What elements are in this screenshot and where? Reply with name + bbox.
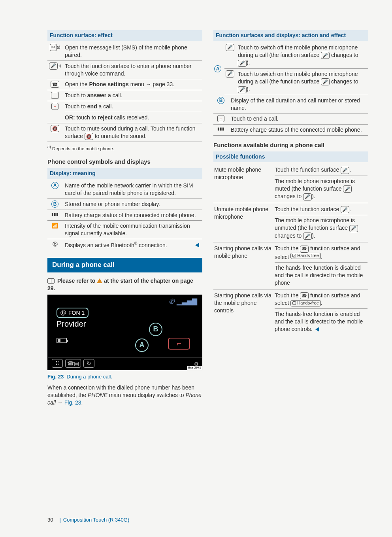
voice-icon: 🎤 bbox=[49, 62, 58, 70]
ss-battery-icon bbox=[57, 338, 67, 343]
display-meaning-table: A Name of the mobile network carrier in … bbox=[47, 180, 202, 251]
phone-surface-icon: ☎ bbox=[300, 292, 309, 299]
text: Touch to bbox=[65, 92, 87, 98]
text: answer bbox=[87, 92, 106, 98]
marker-b: B bbox=[51, 200, 58, 208]
mute-inline-icon: 🔇 bbox=[85, 133, 93, 140]
ss-contacts-icon: ☎▤ bbox=[65, 359, 81, 368]
t: touch to bbox=[75, 114, 98, 121]
arrow-icon bbox=[146, 81, 151, 87]
t: . bbox=[321, 253, 322, 260]
table-row: ▮▮▮ Battery charge status of the connect… bbox=[47, 210, 202, 221]
ss-status-bar: ✆▁▃▅▇ bbox=[169, 297, 197, 306]
table-row: B Stored name or phone number display. bbox=[47, 199, 202, 210]
fig-text: During a phone call. bbox=[66, 374, 112, 380]
pill-label: Hands-free bbox=[297, 253, 318, 259]
function-surface-table: ✉a) Open the message list (SMS) of the m… bbox=[47, 42, 202, 142]
row-text: Touch to switch on the mobile phone micr… bbox=[238, 70, 368, 93]
fig-link: Fig. 23 bbox=[64, 399, 81, 406]
t: Touch the bbox=[275, 245, 300, 251]
mic-icon: 🎤 bbox=[303, 233, 312, 240]
t: changes to bbox=[330, 52, 358, 58]
ss-fon-chip: ⓑFON 1 bbox=[57, 308, 89, 318]
function-label: Mute mobile phone microphone bbox=[213, 164, 274, 202]
t: ). bbox=[247, 86, 250, 92]
mute-icon: 🔇 bbox=[51, 125, 59, 132]
t: The mobile phone microphone is unmuted (… bbox=[275, 217, 355, 231]
t: end bbox=[87, 103, 97, 110]
hands-free-pill: Hands-free bbox=[290, 253, 320, 259]
t: ). bbox=[312, 193, 315, 199]
mic-icon: 🎤 bbox=[321, 52, 330, 59]
signal-icon: 📶 bbox=[48, 222, 62, 229]
table-row: 🎤a) Touch the function surface to enter … bbox=[47, 61, 202, 79]
ss-marker-a: A bbox=[135, 338, 149, 352]
table-row: ▮▮▮ Battery charge status of the connect… bbox=[213, 125, 368, 136]
hands-free-pill: Hands-free bbox=[290, 300, 320, 306]
ss-calllog-icon: ↻ bbox=[83, 359, 94, 368]
t: changes to bbox=[330, 78, 358, 85]
ss-provider: Provider bbox=[57, 319, 86, 329]
signal-bars-icon: ▁▃▅▇ bbox=[177, 298, 197, 305]
functions-available-heading: Functions available during a phone call bbox=[213, 141, 368, 149]
page-footer: 30|Composition Touch (R 340G) bbox=[47, 516, 129, 524]
t: Displays an active Bluetooth bbox=[65, 242, 134, 248]
row-text: Touch to switch off the mobile phone mic… bbox=[238, 44, 368, 67]
marker-a: A bbox=[214, 65, 221, 72]
table-row: ⓑ Displays an active Bluetooth® connecti… bbox=[47, 239, 202, 251]
ss-keypad-icon: ⠿ bbox=[52, 359, 63, 368]
function-label: Starting phone calls via mobile phone bbox=[213, 242, 274, 289]
arrow: → bbox=[56, 399, 64, 406]
t: ). bbox=[312, 233, 315, 239]
marker-b: B bbox=[217, 97, 224, 104]
mic-icon: 🎤 bbox=[303, 193, 312, 200]
table-row: ⌐ Touch to end a call. OR: touch to reje… bbox=[47, 101, 202, 123]
row-text: Touch to answer a call. bbox=[65, 92, 202, 99]
footnote-mark: a) bbox=[47, 145, 51, 149]
table-row: Starting phone calls via mobile phone To… bbox=[213, 242, 368, 289]
function-desc: Touch the function surface 🎤. The mobile… bbox=[274, 164, 368, 202]
book-icon bbox=[47, 278, 55, 284]
t: . bbox=[349, 166, 351, 173]
mic-on-icon: 🎤 bbox=[226, 70, 234, 78]
t: changes to bbox=[275, 193, 303, 199]
mic-icon: 🎤 bbox=[238, 86, 247, 93]
table-row: ✉a) Open the message list (SMS) of the m… bbox=[47, 42, 202, 61]
bluetooth-icon: ⓑ bbox=[48, 241, 62, 248]
t: Touch the bbox=[275, 292, 300, 299]
fig23-screenshot: ✆▁▃▅▇ ⓑFON 1 Provider B A ⌐ ⠿ ☎▤ ↻ ⚙ Bra… bbox=[47, 295, 202, 370]
t: main menu display switches to bbox=[107, 392, 186, 398]
footnote-text: Depends on the mobile phone. bbox=[52, 146, 114, 151]
row-text: Battery charge status of the connected m… bbox=[231, 126, 368, 134]
table-row: Touch to answer a call. bbox=[47, 90, 202, 101]
mic-icon: 🎤 bbox=[341, 167, 349, 174]
row-text: Touch the function surface to enter a ph… bbox=[65, 62, 202, 78]
mic-icon: 🎤 bbox=[349, 225, 358, 232]
separator: | bbox=[59, 517, 60, 523]
footnote: a) Depends on the mobile phone. bbox=[47, 144, 202, 152]
row-text: Open the Phone settings menu page 33. bbox=[65, 81, 202, 88]
t: connection. bbox=[137, 242, 167, 248]
function-surface-header: Function surface: effect bbox=[47, 30, 202, 41]
section-end-icon bbox=[315, 327, 319, 332]
message-icon: ✉ bbox=[50, 44, 57, 51]
end-call-icon: ⌐ bbox=[217, 115, 224, 122]
table-row: Starting phone calls via the mobile phon… bbox=[213, 289, 368, 335]
ss-bottom-bar: ⠿ ☎▤ ↻ bbox=[48, 357, 202, 370]
t: Touch to bbox=[65, 103, 87, 110]
t: . bbox=[321, 300, 322, 306]
phone-symbols-heading: Phone control symbols and displays bbox=[47, 158, 202, 166]
t: OR: bbox=[65, 114, 75, 121]
body-paragraph: When a connection with the dialled phone… bbox=[47, 384, 202, 407]
action-effect-header: Function surfaces and displays: action a… bbox=[213, 30, 368, 41]
t: ). bbox=[247, 59, 250, 66]
mic-icon: 🎤 bbox=[238, 60, 247, 67]
mic-icon: 🎤 bbox=[321, 78, 330, 85]
table-row: ⌐ Touch to end a call. bbox=[213, 113, 368, 125]
text: menu bbox=[129, 81, 146, 87]
section-end-icon bbox=[195, 243, 199, 248]
possible-functions-table: Mute mobile phone microphone Touch the f… bbox=[213, 164, 368, 335]
marker-a: A bbox=[51, 182, 58, 189]
refer-note: Please refer to at the start of the chap… bbox=[47, 277, 202, 292]
t: changes to bbox=[275, 233, 303, 239]
